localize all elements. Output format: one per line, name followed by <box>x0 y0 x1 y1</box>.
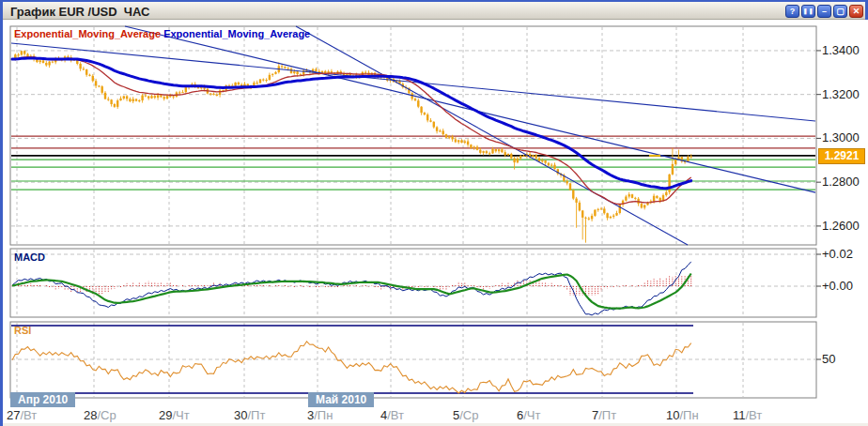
tick-day: 28 <box>84 408 97 422</box>
tick-day: 30 <box>234 408 247 422</box>
legend-ema-blue: Exponential_Moving_Average <box>163 28 310 39</box>
tick-day: 29 <box>159 408 172 422</box>
title-bar[interactable]: График EUR /USD ЧАС ?❚❚–▢✕ <box>3 0 868 20</box>
price-axis-label: 1.2800 <box>822 175 860 189</box>
tick-day: 11 <box>733 408 746 422</box>
tick-weekday: /Чт <box>172 408 189 422</box>
time-axis-label: 27/Вт <box>7 408 37 422</box>
close-button[interactable]: ✕ <box>849 5 863 18</box>
price-axis-label: 1.3000 <box>822 130 860 145</box>
macd-axis-label: +0.00 <box>822 279 853 293</box>
rsi-panel-label: RSI <box>14 325 31 336</box>
tick-weekday: /Пн <box>679 408 698 422</box>
tick-weekday: /Вт <box>746 408 763 422</box>
time-axis-label: 6/Чт <box>517 408 540 422</box>
time-axis-label: 3/Пн <box>307 408 333 422</box>
tick-weekday: /Вт <box>20 408 37 422</box>
time-axis-label: 28/Ср <box>84 408 116 422</box>
tick-weekday: /Чт <box>523 408 540 422</box>
axis-tick-marks <box>816 51 821 359</box>
month-badge: Май 2010 <box>308 392 374 407</box>
tick-weekday: /Пт <box>247 408 265 422</box>
tick-weekday: /Ср <box>97 408 116 422</box>
tick-weekday: /Ср <box>459 408 478 422</box>
tick-day: 27 <box>7 408 20 422</box>
time-axis-label: 4/Вт <box>380 408 404 422</box>
time-axis-label: 7/Пт <box>592 408 616 422</box>
help-button[interactable]: ? <box>785 5 799 18</box>
legend-ema-red: Exponential_Moving_Average <box>14 28 161 39</box>
tick-weekday: /Пн <box>314 408 333 422</box>
tick-day: 10 <box>666 408 679 422</box>
price-axis-label: 1.2600 <box>822 219 860 233</box>
current-price-badge: 1.2921 <box>818 148 865 164</box>
macd-axis-label: +0.02 <box>822 247 853 261</box>
maximize-button[interactable]: ▢ <box>833 5 847 18</box>
pause-button[interactable]: ❚❚ <box>801 5 815 18</box>
window-buttons: ?❚❚–▢✕ <box>785 5 863 18</box>
time-axis-label: 29/Чт <box>159 408 190 422</box>
time-axis-label: 30/Пт <box>234 408 265 422</box>
month-badge: Апр 2010 <box>10 392 75 407</box>
time-axis-label: 11/Вт <box>733 408 762 422</box>
rsi-axis-label: 50 <box>822 352 835 366</box>
time-axis-label: 10/Пн <box>666 408 699 422</box>
tick-weekday: /Пт <box>598 408 616 422</box>
minimize-button[interactable]: – <box>817 5 831 18</box>
tick-weekday: /Вт <box>387 408 404 422</box>
price-axis-label: 1.3400 <box>822 43 860 57</box>
chart-window: График EUR /USD ЧАС ?❚❚–▢✕ Exponential_M… <box>0 0 868 426</box>
window-title: График EUR /USD ЧАС <box>10 5 149 19</box>
time-axis-label: 5/Ср <box>453 408 478 422</box>
chart-canvas[interactable] <box>3 0 868 426</box>
macd-panel-label: MACD <box>14 251 45 263</box>
price-axis-label: 1.3200 <box>822 87 860 101</box>
chart-legend: Exponential_Moving_Average Exponential_M… <box>14 28 310 39</box>
